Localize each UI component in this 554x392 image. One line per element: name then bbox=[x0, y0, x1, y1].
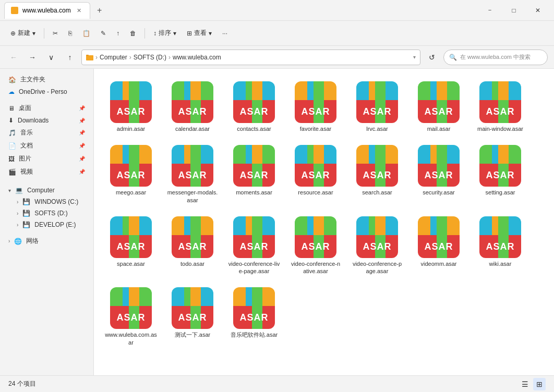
view-icon: ⊞ bbox=[187, 30, 192, 37]
cut-button[interactable]: ✂ bbox=[49, 28, 62, 39]
file-item[interactable]: ASAR search.asar bbox=[348, 141, 406, 208]
share-button[interactable]: ↑ bbox=[112, 28, 124, 39]
active-tab[interactable]: www.wuleba.com ✕ bbox=[4, 2, 90, 19]
sidebar-item-downloads[interactable]: ⬇ Downloads 📌 bbox=[2, 115, 91, 126]
asar-svg: ASAR bbox=[295, 81, 336, 123]
file-name: mail.asar bbox=[427, 125, 451, 132]
file-item[interactable]: ASAR video-conference-native.asar bbox=[287, 212, 344, 279]
file-item[interactable]: ASAR admin.asar bbox=[102, 77, 160, 137]
file-item[interactable]: ASAR videomm.asar bbox=[410, 212, 467, 279]
rename-button[interactable]: ✎ bbox=[97, 28, 110, 39]
file-item[interactable]: ASAR resource.asar bbox=[287, 141, 344, 208]
copy-button[interactable]: ⎘ bbox=[64, 28, 76, 39]
svg-rect-69 bbox=[139, 145, 152, 164]
sort-button[interactable]: ↕ 排序 ▾ bbox=[149, 27, 180, 40]
asar-icon: ASAR bbox=[479, 216, 521, 258]
file-item[interactable]: ASAR contacts.asar bbox=[225, 77, 283, 137]
forward-button[interactable]: → bbox=[25, 50, 40, 65]
file-name: 测试一下.asar bbox=[175, 331, 210, 338]
sidebar-item-onedrive[interactable]: ☁ OneDrive - Perso bbox=[2, 86, 91, 97]
file-item[interactable]: ASAR mail.asar bbox=[410, 77, 467, 137]
file-item[interactable]: ASAR 音乐吧软件站.asar bbox=[225, 283, 283, 350]
sidebar-item-pics[interactable]: 🖼 图片 📌 bbox=[2, 152, 91, 165]
file-item[interactable]: ASAR video-conference-live-page.asar bbox=[225, 212, 283, 279]
svg-rect-50 bbox=[437, 81, 447, 100]
delete-button[interactable]: 🗑 bbox=[126, 28, 140, 39]
asar-icon: ASAR bbox=[110, 216, 152, 258]
tab-close-button[interactable]: ✕ bbox=[75, 6, 83, 15]
maximize-button[interactable]: □ bbox=[502, 2, 526, 19]
close-button[interactable]: ✕ bbox=[526, 2, 550, 19]
asar-svg: ASAR bbox=[233, 81, 275, 123]
file-name: security.asar bbox=[423, 189, 455, 196]
file-item[interactable]: ASAR main-window.asar bbox=[472, 77, 529, 137]
file-name: contacts.asar bbox=[237, 125, 271, 132]
svg-rect-149 bbox=[252, 216, 262, 235]
sidebar-item-docs[interactable]: 📄 文档 📌 bbox=[2, 139, 91, 152]
file-item[interactable]: ASAR video-conference-page.asar bbox=[348, 212, 406, 279]
svg-rect-13 bbox=[184, 81, 190, 100]
svg-text:ASAR: ASAR bbox=[424, 106, 453, 117]
sidebar-item-home[interactable]: 🏠 主文件夹 bbox=[2, 73, 91, 86]
file-item[interactable]: ASAR setting.asar bbox=[472, 141, 529, 208]
svg-rect-77 bbox=[190, 145, 201, 164]
svg-rect-75 bbox=[172, 145, 184, 164]
paste-button[interactable]: 📋 bbox=[78, 28, 94, 39]
sidebar-item-computer[interactable]: ▾ 💻 Computer bbox=[2, 185, 91, 196]
svg-rect-14 bbox=[190, 81, 201, 100]
sidebar-item-desktop[interactable]: 🖥 桌面 📌 bbox=[2, 102, 91, 115]
svg-rect-114 bbox=[447, 145, 460, 164]
svg-rect-175 bbox=[430, 216, 437, 235]
back-button[interactable]: ← bbox=[6, 50, 21, 65]
asar-icon: ASAR bbox=[295, 145, 336, 187]
minimize-button[interactable]: － bbox=[478, 2, 502, 19]
file-item[interactable]: ASAR todo.asar bbox=[164, 212, 221, 279]
sidebar-item-windows[interactable]: › 💾 WINDOWS (C:) bbox=[2, 196, 91, 207]
svg-rect-93 bbox=[295, 145, 307, 164]
new-button[interactable]: ⊕ 新建 ▾ bbox=[6, 27, 40, 40]
breadcrumb-bar[interactable]: › Computer › SOFTS (D:) › www.wuleba.com… bbox=[81, 50, 420, 65]
svg-rect-122 bbox=[498, 145, 509, 164]
svg-rect-121 bbox=[492, 145, 498, 164]
file-item[interactable]: ASAR wiki.asar bbox=[472, 212, 529, 279]
develop-chevron: › bbox=[17, 222, 18, 228]
file-item[interactable]: ASAR security.asar bbox=[410, 141, 467, 208]
sidebar-item-videos[interactable]: 🎬 视频 📌 bbox=[2, 165, 91, 178]
file-item[interactable]: ASAR favorite.asar bbox=[287, 77, 344, 137]
file-item[interactable]: ASAR messenger-modals.asar bbox=[164, 141, 221, 208]
svg-rect-68 bbox=[129, 145, 139, 164]
sidebar-music-label: 音乐 bbox=[20, 128, 33, 137]
asar-svg: ASAR bbox=[479, 81, 521, 123]
view-button[interactable]: ⊞ 查看 ▾ bbox=[183, 27, 216, 40]
asar-icon: ASAR bbox=[295, 81, 336, 123]
svg-rect-201 bbox=[172, 287, 184, 306]
svg-rect-24 bbox=[262, 81, 275, 100]
sidebar-item-develop[interactable]: › 💾 DEVELOP (E:) bbox=[2, 219, 91, 230]
file-item[interactable]: ASAR 测试一下.asar bbox=[164, 283, 221, 350]
svg-rect-105 bbox=[386, 145, 398, 164]
svg-text:ASAR: ASAR bbox=[301, 241, 330, 252]
search-bar[interactable]: 🔍 在 www.wuleba.com 中搜索 bbox=[443, 50, 548, 65]
refresh-button[interactable]: ↺ bbox=[425, 50, 439, 65]
file-item[interactable]: ASAR meego.asar bbox=[102, 141, 160, 208]
file-item[interactable]: ASAR www.wuleba.com.asar bbox=[102, 283, 160, 350]
asar-icon: ASAR bbox=[356, 81, 398, 123]
sidebar-item-music[interactable]: 🎵 音乐 📌 bbox=[2, 126, 91, 139]
more-button[interactable]: ··· bbox=[218, 28, 232, 39]
up-button[interactable]: ↑ bbox=[63, 50, 77, 65]
file-name: favorite.asar bbox=[300, 125, 332, 132]
file-item[interactable]: ASAR space.asar bbox=[102, 212, 160, 279]
sidebar-item-network[interactable]: › 🌐 网络 bbox=[2, 235, 91, 248]
new-tab-button[interactable]: + bbox=[92, 3, 107, 18]
recent-button[interactable]: ∨ bbox=[44, 50, 58, 65]
svg-rect-3 bbox=[110, 81, 123, 100]
file-item[interactable]: ASAR lrvc.asar bbox=[348, 77, 406, 137]
sidebar-item-softs[interactable]: › 💾 SOFTS (D:) bbox=[2, 207, 91, 219]
file-item[interactable]: ASAR moments.asar bbox=[225, 141, 283, 208]
file-item[interactable]: ASAR calendar.asar bbox=[164, 77, 221, 137]
svg-rect-42 bbox=[386, 81, 398, 100]
svg-rect-202 bbox=[184, 287, 190, 306]
svg-rect-167 bbox=[375, 216, 386, 235]
grid-view-button[interactable]: ⊞ bbox=[533, 378, 546, 390]
list-view-button[interactable]: ☰ bbox=[519, 378, 531, 390]
